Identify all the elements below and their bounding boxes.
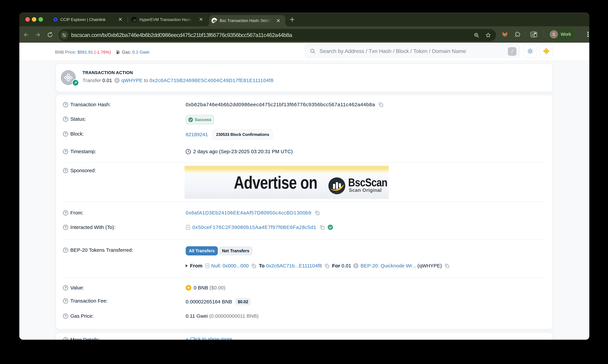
svg-text:?: ? [65,103,67,106]
svg-text:?: ? [65,211,67,215]
svg-text:?: ? [65,132,67,136]
svg-text:?: ? [65,314,67,318]
svg-text:?: ? [65,338,67,340]
svg-text:?: ? [65,117,67,121]
svg-text:?: ? [65,248,67,252]
svg-text:?: ? [65,299,67,303]
svg-text:?: ? [65,286,67,290]
svg-text:?: ? [65,225,67,229]
svg-text:?: ? [65,169,67,172]
svg-text:?: ? [65,150,67,153]
